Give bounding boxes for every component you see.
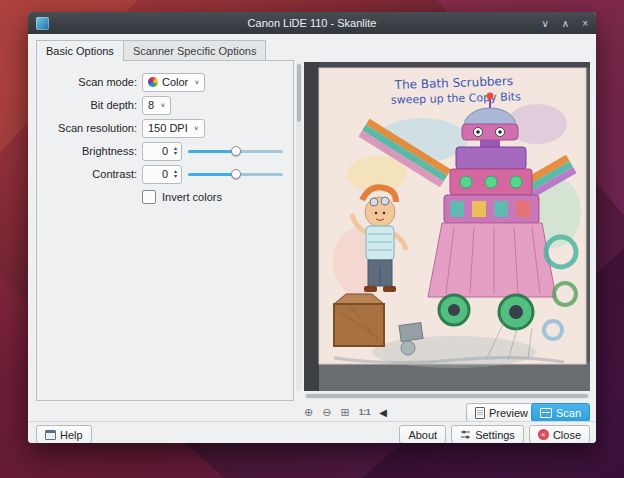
brightness-slider[interactable] <box>188 142 283 161</box>
scan-button-label: Scan <box>556 407 581 419</box>
bit-depth-label: Bit depth: <box>37 99 137 111</box>
scan-resolution-label: Scan resolution: <box>37 122 137 134</box>
tab-basic-options[interactable]: Basic Options <box>36 40 124 61</box>
basic-options-panel: Scan mode: Color ∨ Bit depth: 8 ∨ Sca <box>36 60 294 401</box>
scan-button[interactable]: Scan <box>531 403 590 422</box>
scanned-image[interactable]: The Bath Scrubbers sweep up the Copy Bit… <box>304 62 590 391</box>
window-close-icon[interactable]: × <box>582 18 588 29</box>
scan-mode-select[interactable]: Color ∨ <box>142 73 205 92</box>
contrast-slider-handle[interactable] <box>231 169 241 179</box>
preview-vertical-scrollbar[interactable] <box>296 62 302 391</box>
scan-resolution-row: Scan resolution: 150 DPI ∨ <box>37 117 287 139</box>
scrollbar-thumb[interactable] <box>306 394 588 398</box>
tab-scanner-specific-options[interactable]: Scanner Specific Options <box>123 40 267 61</box>
spin-down-icon[interactable]: ▾ <box>174 174 177 179</box>
desktop-background: Canon LiDE 110 - Skanlite ∨ ∧ × Basic Op… <box>0 0 624 478</box>
footer-button-row: Help About Settings × <box>36 425 590 443</box>
contrast-spinbox[interactable]: 0 ▴ ▾ <box>142 165 182 184</box>
bit-depth-row: Bit depth: 8 ∨ <box>37 94 287 116</box>
preview-button-label: Preview <box>489 407 528 419</box>
scan-mode-label: Scan mode: <box>37 76 137 88</box>
brightness-spinbox[interactable]: 0 ▴ ▾ <box>142 142 182 161</box>
contrast-label: Contrast: <box>37 168 137 180</box>
chevron-down-icon: ∨ <box>160 102 165 109</box>
invert-colors-label: Invert colors <box>162 191 222 203</box>
close-button[interactable]: × Close <box>529 425 590 443</box>
skanlite-app-icon <box>36 17 49 30</box>
titlebar[interactable]: Canon LiDE 110 - Skanlite ∨ ∧ × <box>28 12 596 34</box>
footer-separator <box>28 421 596 422</box>
invert-colors-checkbox[interactable] <box>142 190 156 204</box>
brightness-value: 0 <box>143 145 170 157</box>
brightness-row: Brightness: 0 ▴ ▾ <box>37 140 287 162</box>
scanner-icon <box>540 408 552 418</box>
close-button-label: Close <box>553 429 581 441</box>
chevron-down-icon: ∨ <box>194 79 199 86</box>
zoom-toolbar: ⊕ ⊖ ⊞ 1:1 ◀ <box>304 404 387 421</box>
window-title: Canon LiDE 110 - Skanlite <box>28 17 596 29</box>
preview-horizontal-scrollbar[interactable] <box>304 393 590 399</box>
color-wheel-icon <box>148 77 158 87</box>
zoom-fit-icon[interactable]: ⊞ <box>340 404 349 421</box>
help-icon <box>45 430 56 440</box>
maximize-icon[interactable]: ∧ <box>562 18 569 29</box>
chevron-down-icon: ∨ <box>194 125 199 132</box>
scan-mode-value: Color <box>162 76 188 88</box>
tab-bar: Basic Options Scanner Specific Options <box>36 40 265 61</box>
bit-depth-select[interactable]: 8 ∨ <box>142 96 171 115</box>
minimize-icon[interactable]: ∨ <box>542 18 549 29</box>
contrast-value: 0 <box>143 168 170 180</box>
clear-selections-icon[interactable]: ◀ <box>379 404 387 421</box>
help-button[interactable]: Help <box>36 425 92 443</box>
settings-button[interactable]: Settings <box>451 425 524 443</box>
scan-preview-area[interactable]: The Bath Scrubbers sweep up the Copy Bit… <box>304 62 590 391</box>
scan-resolution-value: 150 DPI <box>148 122 188 134</box>
document-preview-icon <box>475 407 485 419</box>
preview-button[interactable]: Preview <box>466 403 537 422</box>
spin-down-icon[interactable]: ▾ <box>174 151 177 156</box>
invert-colors-row: Invert colors <box>142 186 287 208</box>
about-button[interactable]: About <box>399 425 446 443</box>
settings-button-label: Settings <box>475 429 515 441</box>
scan-resolution-select[interactable]: 150 DPI ∨ <box>142 119 205 138</box>
contrast-slider[interactable] <box>188 165 283 184</box>
close-icon: × <box>538 429 549 440</box>
scrollbar-thumb[interactable] <box>297 64 301 122</box>
brightness-slider-handle[interactable] <box>231 146 241 156</box>
zoom-actual-size-icon[interactable]: 1:1 <box>359 404 371 421</box>
contrast-row: Contrast: 0 ▴ ▾ <box>37 163 287 185</box>
settings-icon <box>460 429 471 440</box>
zoom-in-icon[interactable]: ⊕ <box>304 404 313 421</box>
brightness-label: Brightness: <box>37 145 137 157</box>
window-body: Basic Options Scanner Specific Options S… <box>28 34 596 443</box>
about-button-label: About <box>408 429 437 441</box>
help-button-label: Help <box>60 429 83 441</box>
scan-mode-row: Scan mode: Color ∨ <box>37 71 287 93</box>
bit-depth-value: 8 <box>148 99 154 111</box>
zoom-out-icon[interactable]: ⊖ <box>322 404 331 421</box>
skanlite-window: Canon LiDE 110 - Skanlite ∨ ∧ × Basic Op… <box>28 12 596 443</box>
